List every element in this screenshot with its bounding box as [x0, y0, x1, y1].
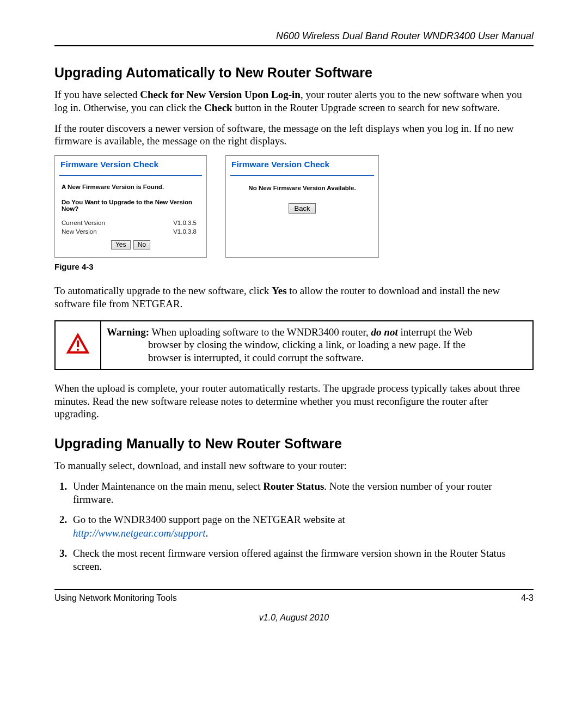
figure-caption: Figure 4-3 [54, 262, 534, 271]
footer-row: Using Network Monitoring Tools 4-3 [54, 593, 534, 603]
text: button in the Router Upgrade screen to s… [232, 102, 500, 113]
row-new-version: New Version V1.0.3.8 [62, 227, 200, 236]
heading-auto-upgrade: Upgrading Automatically to New Router So… [54, 65, 534, 81]
para-manual-intro: To manually select, download, and instal… [54, 459, 534, 472]
text: Under Maintenance on the main menu, sele… [73, 480, 263, 492]
label-current-version: Current Version [62, 220, 105, 226]
text: Go to the WNDR3400 support page on the N… [73, 514, 345, 525]
header-doc-title: N600 Wireless Dual Band Router WNDR3400 … [54, 31, 534, 46]
footer-page-number: 4-3 [521, 593, 534, 603]
button-row: Yes No [62, 236, 200, 249]
step-2: Go to the WNDR3400 support page on the N… [70, 513, 534, 540]
warning-text-cell: Warning: When uploading software to the … [101, 321, 533, 369]
bold-router-status: Router Status [263, 480, 324, 492]
no-button[interactable]: No [133, 240, 150, 249]
dialog-no-firmware: Firmware Version Check No New Firmware V… [225, 155, 379, 258]
do-not-emphasis: do not [371, 326, 398, 338]
bold-yes: Yes [272, 285, 286, 296]
warning-icon-cell [55, 321, 101, 369]
para-after-warning: When the upload is complete, your router… [54, 382, 534, 421]
text: If you have selected [54, 89, 140, 100]
value-new-version: V1.0.3.8 [173, 228, 197, 235]
dialog-body: A New Firmware Version is Found. Do You … [55, 176, 206, 257]
dialog-title: Firmware Version Check [226, 156, 378, 175]
para-auto-2: If the router discovers a newer version … [54, 122, 534, 148]
footer-chapter: Using Network Monitoring Tools [54, 593, 177, 603]
msg-no-new-firmware: No New Firmware Version Available. [226, 176, 378, 203]
para-click-yes: To automatically upgrade to the new soft… [54, 284, 534, 311]
footer-version: v1.0, August 2010 [54, 613, 534, 623]
steps-list: Under Maintenance on the main menu, sele… [54, 480, 534, 574]
dialog-title: Firmware Version Check [55, 156, 206, 175]
page: N600 Wireless Dual Band Router WNDR3400 … [0, 0, 588, 706]
figure-pair: Firmware Version Check A New Firmware Ve… [54, 155, 534, 258]
value-current-version: V1.0.3.5 [173, 220, 197, 226]
text: browser is interrupted, it could corrupt… [107, 351, 527, 364]
step-3: Check the most recent firmware version o… [70, 547, 534, 574]
warning-icon [66, 333, 90, 355]
page-footer: Using Network Monitoring Tools 4-3 v1.0,… [54, 589, 534, 623]
text: browser by closing the window, clicking … [107, 338, 527, 351]
back-button[interactable]: Back [289, 203, 316, 214]
footer-rule [54, 589, 534, 590]
netgear-support-link[interactable]: http://www.netgear.com/support [73, 527, 205, 539]
text: . [205, 527, 208, 539]
button-row: Back [226, 203, 378, 233]
msg-new-firmware-found: A New Firmware Version is Found. [62, 184, 200, 190]
text: When uploading software to the WNDR3400 … [149, 326, 371, 338]
warning-text: Warning: When uploading software to the … [107, 326, 527, 364]
row-current-version: Current Version V1.0.3.5 [62, 218, 200, 227]
svg-point-2 [77, 349, 79, 351]
text: To automatically upgrade to the new soft… [54, 285, 272, 296]
warning-box: Warning: When uploading software to the … [54, 320, 534, 370]
para-auto-1: If you have selected Check for New Versi… [54, 88, 534, 114]
warning-label: Warning: [107, 326, 149, 338]
step-1: Under Maintenance on the main menu, sele… [70, 480, 534, 507]
text: interrupt the Web [398, 326, 473, 338]
heading-manual-upgrade: Upgrading Manually to New Router Softwar… [54, 436, 534, 452]
yes-button[interactable]: Yes [111, 240, 131, 249]
prompt-upgrade-now: Do You Want to Upgrade to the New Versio… [62, 199, 200, 212]
bold-check-button: Check [204, 102, 232, 113]
dialog-firmware-found: Firmware Version Check A New Firmware Ve… [54, 155, 207, 258]
bold-check-option: Check for New Version Upon Log-in [140, 89, 301, 100]
label-new-version: New Version [62, 228, 97, 235]
